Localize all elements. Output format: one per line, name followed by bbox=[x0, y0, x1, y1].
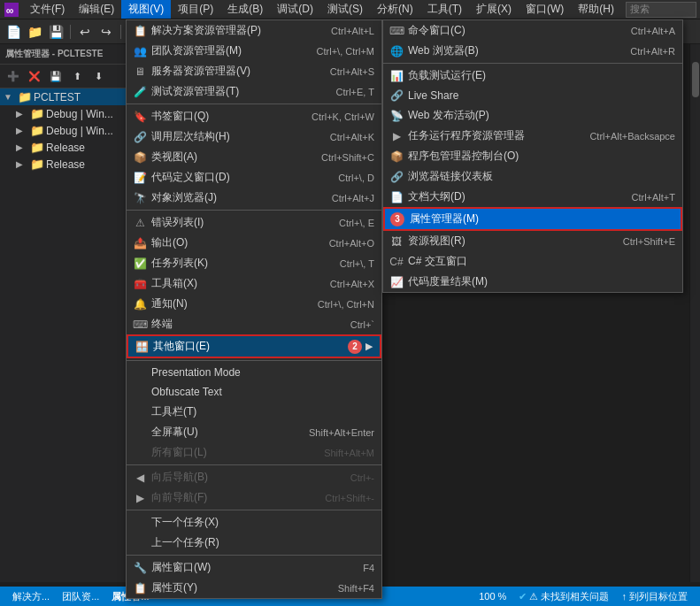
view-menu-label-10: 错误列表(I) bbox=[151, 215, 339, 230]
menu-item-analyze[interactable]: 分析(N) bbox=[370, 0, 420, 19]
view-shortcut-5: Ctrl+K, Ctrl+W bbox=[312, 111, 374, 122]
view-sep-5 bbox=[127, 510, 381, 510]
tree-item-debug1[interactable]: ▶ 📁 Debug | Win... bbox=[0, 105, 145, 122]
tree-item-debug2[interactable]: ▶ 📁 Debug | Win... bbox=[0, 122, 145, 139]
tree-item-release2[interactable]: ▶ 📁 Release bbox=[0, 156, 145, 173]
classview-icon: 📦 bbox=[132, 151, 148, 164]
submenu-loadtest[interactable]: 📊 负载测试运行(E) bbox=[383, 65, 682, 86]
submenu-taskrunner[interactable]: ▶ 任务运行程序资源管理器 Ctrl+Alt+Backsapce bbox=[383, 126, 682, 146]
menu-item-test[interactable]: 测试(S) bbox=[320, 0, 370, 19]
status-solution-explorer[interactable]: 解决方... bbox=[7, 590, 55, 603]
status-zoom[interactable]: 100 % bbox=[473, 591, 512, 602]
otherwin-arrow-icon: ▶ bbox=[365, 341, 373, 352]
menu-item-project[interactable]: 项目(P) bbox=[171, 0, 220, 19]
view-menu-item-5[interactable]: 🔖 书签窗口(Q) Ctrl+K, Ctrl+W bbox=[127, 106, 381, 127]
status-warning[interactable]: ✔ ⚠ 未找到相关问题 bbox=[513, 590, 614, 603]
view-menu-item-1[interactable]: 📋 解决方案资源管理器(P) Ctrl+Alt+L bbox=[127, 20, 381, 41]
view-shortcut-terminal: Ctrl+` bbox=[350, 319, 374, 330]
submenu-resourceview[interactable]: 🖼 资源视图(R) Ctrl+Shift+E bbox=[383, 231, 682, 251]
chevron-right-icon-3: ▶ bbox=[16, 142, 28, 152]
submenu-browserlink[interactable]: 🔗 浏览器链接仪表板 bbox=[383, 166, 682, 187]
webbrowser-icon: 🌐 bbox=[388, 45, 404, 58]
menu-item-help[interactable]: 帮助(H) bbox=[571, 0, 621, 19]
view-menu-item-2[interactable]: 👥 团队资源管理器(M) Ctrl+\, Ctrl+M bbox=[127, 41, 381, 61]
undo-btn[interactable]: ↩ bbox=[75, 22, 95, 42]
submenu-properties-manager[interactable]: 3 属性管理器(M) bbox=[383, 207, 682, 231]
menu-item-tools[interactable]: 工具(T) bbox=[420, 0, 469, 19]
cmd-icon: ⌨ bbox=[388, 25, 404, 37]
menu-item-extensions[interactable]: 扩展(X) bbox=[469, 0, 519, 19]
menu-item-edit[interactable]: 编辑(E) bbox=[72, 0, 121, 19]
view-menu-item-6[interactable]: 🔗 调用层次结构(H) Ctrl+Alt+K bbox=[127, 127, 381, 147]
tree-item-release1[interactable]: ▶ 📁 Release bbox=[0, 139, 145, 156]
view-menu-item-7[interactable]: 📦 类视图(A) Ctrl+Shift+C bbox=[127, 147, 381, 167]
view-menu-dropdown: 📋 解决方案资源管理器(P) Ctrl+Alt+L 👥 团队资源管理器(M) C… bbox=[126, 19, 382, 599]
submenu-codemetrics[interactable]: 📈 代码度量结果(M) bbox=[383, 272, 682, 292]
prop-up-btn[interactable]: ⬆ bbox=[67, 66, 87, 86]
submenu-webpub[interactable]: 📡 Web 发布活动(P) bbox=[383, 105, 682, 126]
view-menu-item-13[interactable]: 🧰 工具箱(X) Ctrl+Alt+X bbox=[127, 273, 381, 294]
scrollbar-right[interactable] bbox=[689, 44, 700, 582]
submenu-label-wp: Web 发布活动(P) bbox=[408, 108, 675, 123]
open-btn[interactable]: 📁 bbox=[25, 22, 44, 42]
view-menu-item-8[interactable]: 📝 代码定义窗口(D) Ctrl+\, D bbox=[127, 167, 381, 188]
redo-btn[interactable]: ↪ bbox=[96, 22, 116, 42]
view-menu-propwin[interactable]: 🔧 属性窗口(W) F4 bbox=[127, 557, 381, 578]
view-menu-prevtask[interactable]: 上一个任务(R) bbox=[127, 533, 381, 553]
tree-label-release1: Release bbox=[46, 142, 85, 154]
view-menu-obfuscate[interactable]: Obfuscate Text bbox=[127, 382, 381, 402]
submenu-csharpinteractive[interactable]: C# C# 交互窗口 bbox=[383, 251, 682, 272]
view-menu-label-4: 测试资源管理器(T) bbox=[151, 84, 335, 99]
view-menu-proppage[interactable]: 📋 属性页(Y) Shift+F4 bbox=[127, 578, 381, 598]
submenu-docoutline[interactable]: 📄 文档大纲(D) Ctrl+Alt+T bbox=[383, 187, 682, 207]
test-explorer-icon: 🧪 bbox=[132, 86, 148, 98]
view-menu-item-11[interactable]: 📤 输出(O) Ctrl+Alt+O bbox=[127, 233, 381, 253]
prop-save-btn[interactable]: 💾 bbox=[46, 66, 65, 86]
submenu-liveshare[interactable]: 🔗 Live Share bbox=[383, 86, 682, 105]
view-menu-item-terminal[interactable]: ⌨ 终端 Ctrl+` bbox=[127, 314, 381, 334]
search-box[interactable]: 搜索 bbox=[626, 2, 696, 18]
prop-add-btn[interactable]: ➕ bbox=[4, 66, 23, 86]
view-menu-navback[interactable]: ◀ 向后导航(B) Ctrl+- bbox=[127, 467, 381, 487]
view-menu-nexttask[interactable]: 下一个任务(X) bbox=[127, 512, 381, 533]
view-menu-item-4[interactable]: 🧪 测试资源管理器(T) Ctrl+E, T bbox=[127, 81, 381, 102]
view-menu-allwin[interactable]: 所有窗口(L) Shift+Alt+M bbox=[127, 442, 381, 463]
new-file-btn[interactable]: 📄 bbox=[4, 22, 23, 42]
menu-item-debug[interactable]: 调试(D) bbox=[270, 0, 320, 19]
view-menu-item-14[interactable]: 🔔 通知(N) Ctrl+\, Ctrl+N bbox=[127, 294, 381, 314]
menu-item-view[interactable]: 视图(V) bbox=[121, 0, 171, 19]
view-shortcut-aw: Shift+Alt+M bbox=[324, 448, 374, 458]
view-menu-item-12[interactable]: ✅ 任务列表(K) Ctrl+\, T bbox=[127, 253, 381, 273]
view-sep-1 bbox=[127, 104, 381, 104]
view-menu-navfwd[interactable]: ▶ 向前导航(F) Ctrl+Shift+- bbox=[127, 487, 381, 508]
submenu-cmd[interactable]: ⌨ 命令窗口(C) Ctrl+Alt+A bbox=[383, 20, 682, 41]
menu-item-window[interactable]: 窗口(W) bbox=[519, 0, 571, 19]
view-menu-fullscreen[interactable]: 全屏幕(U) Shift+Alt+Enter bbox=[127, 422, 381, 442]
menu-item-file[interactable]: 文件(F) bbox=[23, 0, 72, 19]
view-menu-presentation[interactable]: Presentation Mode bbox=[127, 363, 381, 382]
view-menu-item-9[interactable]: 🔭 对象浏览器(J) Ctrl+Alt+J bbox=[127, 188, 381, 208]
tree-item-pcltest[interactable]: ▼ 📁 PCLTEST bbox=[0, 88, 145, 105]
view-menu-toolbar[interactable]: 工具栏(T) bbox=[127, 402, 381, 422]
menu-item-build[interactable]: 生成(B) bbox=[220, 0, 270, 19]
view-menu-label-2: 团队资源管理器(M) bbox=[151, 43, 317, 58]
view-shortcut-3: Ctrl+Alt+S bbox=[330, 66, 374, 77]
objbrowser-icon: 🔭 bbox=[132, 192, 148, 204]
pkgmgr-icon: 📦 bbox=[388, 150, 404, 163]
status-team-explorer[interactable]: 团队资... bbox=[57, 590, 104, 603]
view-menu-label-pt: 上一个任务(R) bbox=[151, 535, 374, 550]
view-menu-item-3[interactable]: 🖥 服务器资源管理器(V) Ctrl+Alt+S bbox=[127, 61, 381, 81]
submenu-webbrowser[interactable]: 🌐 Web 浏览器(B) Ctrl+Alt+R bbox=[383, 41, 682, 61]
prop-delete-btn[interactable]: ❌ bbox=[25, 66, 44, 86]
submenu-pkgmgr[interactable]: 📦 程序包管理器控制台(O) bbox=[383, 146, 682, 166]
view-menu-label-11: 输出(O) bbox=[151, 235, 329, 250]
resourceview-icon: 🖼 bbox=[388, 235, 404, 248]
save-btn[interactable]: 💾 bbox=[46, 22, 65, 42]
output-icon: 📤 bbox=[132, 237, 148, 249]
callhierarchy-icon: 🔗 bbox=[132, 131, 148, 143]
prop-down-btn[interactable]: ⬇ bbox=[88, 66, 108, 86]
propwin-icon: 🔧 bbox=[132, 562, 148, 574]
view-menu-other-windows[interactable]: 🪟 其他窗口(E) 2 ▶ bbox=[127, 334, 381, 358]
view-menu-item-10[interactable]: ⚠ 错误列表(I) Ctrl+\, E bbox=[127, 212, 381, 233]
view-menu-label-pres: Presentation Mode bbox=[151, 366, 374, 379]
